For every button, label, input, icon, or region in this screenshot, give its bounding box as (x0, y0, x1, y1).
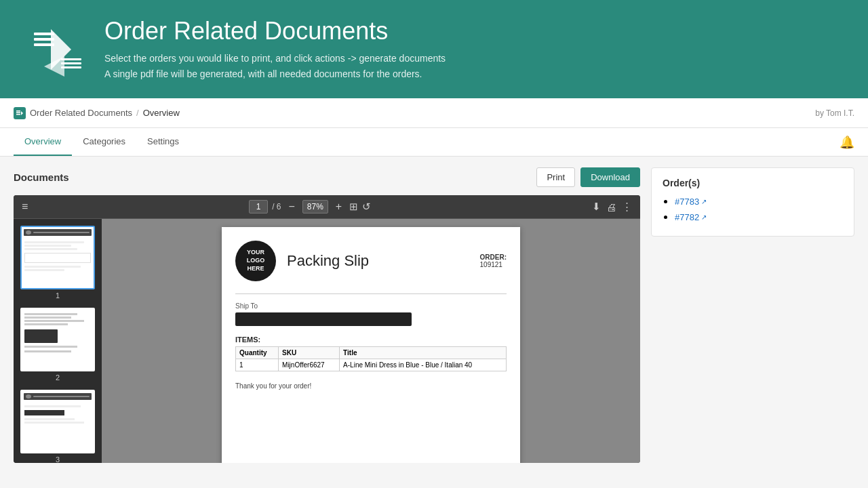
header-subtitle1: Select the orders you would like to prin… (104, 51, 446, 66)
list-item: #7783↗ (675, 195, 843, 207)
svg-rect-10 (16, 114, 20, 115)
table-row: 1MijnOffer6627A-Line Mini Dress in Blue … (236, 359, 507, 371)
print-button[interactable]: Print (536, 167, 575, 187)
order-link[interactable]: #7782↗ (675, 212, 843, 222)
main-panel: Documents Print Download ≡ / 6 − (14, 167, 640, 463)
svg-marker-11 (21, 111, 23, 115)
svg-rect-9 (16, 112, 20, 113)
breadcrumb-app: Order Related Documents (30, 108, 132, 118)
packing-slip-header: YOUR LOGO HERE Packing Slip ORDER: 10912… (235, 241, 507, 281)
order-panel-title: Order(s) (663, 178, 843, 188)
svg-rect-2 (34, 38, 54, 41)
logo-line1: YOUR (247, 249, 265, 257)
app-logo-icon (14, 107, 26, 119)
breadcrumb-sep: / (136, 108, 139, 118)
pdf-thumb-3[interactable]: 3 (20, 390, 95, 463)
pdf-thumb-3-label: 3 (20, 455, 95, 463)
breadcrumb: Order Related Documents / Overview (14, 107, 180, 119)
pdf-toolbar: ≡ / 6 − 87% + ⊞ ↺ ⬇ 🖨 ⋮ (14, 195, 640, 219)
svg-rect-7 (61, 66, 81, 68)
app-window: Order Related Documents / Overview by To… (0, 98, 868, 488)
page-title: Order Related Documents (104, 17, 446, 45)
pdf-zoom-level: 87% (302, 200, 328, 214)
logo-circle: YOUR LOGO HERE (235, 241, 276, 281)
pdf-fit-page-icon[interactable]: ⊞ (349, 201, 358, 213)
pdf-toolbar-left: ≡ (22, 201, 28, 213)
svg-rect-3 (34, 43, 54, 46)
pdf-thumb-1[interactable]: 1 (20, 226, 95, 300)
docs-actions: Print Download (536, 167, 640, 187)
order-number: 109121 (480, 261, 502, 268)
pdf-toolbar-right: ⬇ 🖨 ⋮ (592, 201, 632, 213)
notification-bell-icon[interactable]: 🔔 (840, 135, 854, 150)
order-info: ORDER: 109121 (480, 253, 507, 268)
app-bar: Order Related Documents / Overview by To… (0, 98, 868, 128)
nav-tabs: Overview Categories Settings 🔔 (0, 128, 868, 157)
tab-settings[interactable]: Settings (136, 128, 190, 156)
pdf-print-icon[interactable]: 🖨 (606, 201, 616, 213)
pdf-thumbnail-sidebar: 1 (14, 219, 102, 463)
logo-line3: HERE (247, 265, 265, 273)
list-item: #7782↗ (675, 211, 843, 222)
header-text: Order Related Documents Select the order… (104, 17, 446, 81)
pdf-main-view: YOUR LOGO HERE Packing Slip ORDER: 10912… (102, 219, 640, 463)
pdf-viewer: ≡ / 6 − 87% + ⊞ ↺ ⬇ 🖨 ⋮ (14, 195, 640, 463)
breadcrumb-page: Overview (143, 108, 180, 118)
pdf-thumb-2-label: 2 (20, 373, 95, 382)
col-title: Title (340, 347, 507, 359)
pdf-rotate-icon[interactable]: ↺ (362, 201, 371, 213)
thank-you-text: Thank you for your order! (235, 382, 507, 390)
pdf-zoom-in-button[interactable]: + (332, 199, 345, 214)
nav-tabs-list: Overview Categories Settings (14, 128, 190, 156)
pdf-zoom-out-button[interactable]: − (285, 199, 298, 214)
download-button[interactable]: Download (580, 167, 640, 187)
docs-title: Documents (14, 171, 69, 183)
svg-rect-6 (61, 62, 81, 64)
pdf-thumb-1-label: 1 (20, 291, 95, 300)
ship-to-label: Ship To (235, 302, 507, 310)
svg-rect-5 (61, 58, 81, 60)
page-header: Order Related Documents Select the order… (0, 0, 868, 98)
items-label: ITEMS: (235, 336, 507, 344)
items-section: ITEMS: Quantity SKU Title (235, 336, 507, 371)
pdf-content: 1 (14, 219, 640, 463)
content-area: Documents Print Download ≡ / 6 − (0, 157, 868, 474)
ship-to-section: Ship To (235, 302, 507, 326)
logo-line2: LOGO (247, 257, 265, 265)
packing-slip-title: Packing Slip (287, 252, 369, 270)
side-panel: Order(s) #7783↗#7782↗ (651, 167, 854, 463)
pdf-toolbar-center: / 6 − 87% + ⊞ ↺ (249, 199, 371, 214)
pdf-page-document: YOUR LOGO HERE Packing Slip ORDER: 10912… (222, 227, 520, 463)
external-link-icon: ↗ (701, 214, 707, 221)
table-cell: 1 (236, 359, 279, 371)
app-author: by Tom I.T. (815, 108, 854, 118)
pdf-download-icon[interactable]: ⬇ (592, 201, 601, 213)
pdf-thumb-2[interactable]: 2 (20, 308, 95, 382)
table-cell: A-Line Mini Dress in Blue - Blue / Itali… (340, 359, 507, 371)
col-quantity: Quantity (236, 347, 279, 359)
pdf-menu-icon[interactable]: ≡ (22, 201, 28, 213)
pdf-page-input[interactable] (249, 200, 268, 214)
pdf-more-icon[interactable]: ⋮ (622, 201, 632, 213)
col-sku: SKU (279, 347, 340, 359)
tab-categories[interactable]: Categories (72, 128, 136, 156)
order-label: ORDER: (480, 253, 507, 261)
order-list: #7783↗#7782↗ (663, 195, 843, 222)
table-cell: MijnOffer6627 (279, 359, 340, 371)
order-link[interactable]: #7783↗ (675, 197, 843, 207)
items-table: Quantity SKU Title 1MijnOffer6627A-Line … (235, 346, 507, 371)
order-panel: Order(s) #7783↗#7782↗ (651, 167, 854, 237)
svg-rect-8 (16, 110, 20, 112)
docs-header: Documents Print Download (14, 167, 640, 187)
header-subtitle2: A single pdf file will be generated, wit… (104, 66, 446, 81)
pdf-page-sep: / 6 (272, 202, 281, 211)
external-link-icon: ↗ (701, 198, 707, 205)
tab-overview[interactable]: Overview (14, 128, 72, 156)
ship-to-bar (235, 312, 412, 326)
header-logo-icon (27, 19, 88, 80)
svg-rect-1 (34, 33, 54, 35)
